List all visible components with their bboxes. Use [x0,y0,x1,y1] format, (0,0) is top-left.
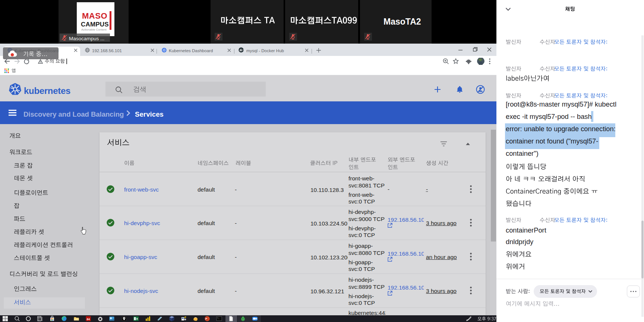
svg-text:64: 64 [87,318,90,321]
svg-text:P: P [205,317,207,321]
svg-text:X: X [136,317,138,321]
svg-text:>_: >_ [217,317,220,319]
